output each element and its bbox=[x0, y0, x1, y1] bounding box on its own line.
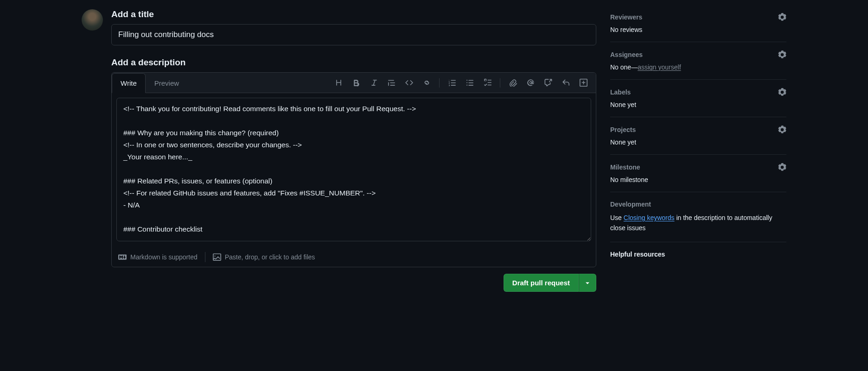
description-label: Add a description bbox=[111, 57, 596, 68]
mention-icon[interactable] bbox=[523, 75, 538, 91]
milestone-body: No milestone bbox=[610, 176, 786, 183]
projects-title: Projects bbox=[610, 126, 636, 133]
image-icon bbox=[213, 253, 221, 261]
closing-keywords-link[interactable]: Closing keywords bbox=[624, 214, 675, 221]
title-input[interactable] bbox=[111, 24, 596, 45]
gear-icon[interactable] bbox=[778, 126, 786, 134]
reply-icon[interactable] bbox=[558, 75, 574, 91]
markdown-toolbar bbox=[331, 75, 591, 91]
title-label: Add a title bbox=[111, 9, 596, 19]
markdown-supported-link[interactable]: Markdown is supported bbox=[118, 253, 198, 261]
caret-down-icon bbox=[585, 280, 590, 286]
development-title: Development bbox=[610, 201, 651, 208]
cross-reference-icon[interactable] bbox=[540, 75, 556, 91]
gear-icon[interactable] bbox=[778, 13, 786, 21]
tab-preview[interactable]: Preview bbox=[146, 73, 188, 93]
footer-divider bbox=[205, 252, 205, 262]
helpful-resources-title: Helpful resources bbox=[610, 242, 786, 258]
markdown-supported-text: Markdown is supported bbox=[130, 253, 198, 261]
tab-write[interactable]: Write bbox=[112, 73, 146, 93]
assignees-prefix: No one— bbox=[610, 63, 638, 71]
toolbar-divider bbox=[500, 78, 500, 88]
labels-title: Labels bbox=[610, 88, 631, 96]
labels-body: None yet bbox=[610, 101, 786, 108]
attach-files-button[interactable]: Paste, drop, or click to add files bbox=[213, 253, 315, 261]
diff-icon[interactable] bbox=[575, 75, 591, 91]
reviewers-title: Reviewers bbox=[610, 13, 642, 21]
link-icon[interactable] bbox=[419, 75, 434, 91]
unordered-list-icon[interactable] bbox=[462, 75, 478, 91]
projects-body: None yet bbox=[610, 138, 786, 146]
italic-icon[interactable] bbox=[366, 75, 382, 91]
milestone-title: Milestone bbox=[610, 163, 640, 171]
editor-footer: Markdown is supported Paste, drop, or cl… bbox=[112, 247, 596, 267]
development-prefix: Use bbox=[610, 214, 624, 221]
assign-yourself-link[interactable]: assign yourself bbox=[638, 63, 681, 71]
comment-box: Write Preview bbox=[111, 72, 596, 267]
draft-pull-request-button[interactable]: Draft pull request bbox=[504, 274, 579, 292]
description-textarea[interactable] bbox=[116, 98, 591, 241]
gear-icon[interactable] bbox=[778, 88, 786, 96]
attach-files-text: Paste, drop, or click to add files bbox=[225, 253, 315, 261]
submit-dropdown-button[interactable] bbox=[579, 274, 596, 292]
ordered-list-icon[interactable] bbox=[444, 75, 460, 91]
tab-bar: Write Preview bbox=[112, 73, 596, 93]
toolbar-divider bbox=[439, 78, 440, 88]
gear-icon[interactable] bbox=[778, 50, 786, 59]
task-list-icon[interactable] bbox=[479, 75, 495, 91]
reviewers-body: No reviews bbox=[610, 26, 786, 33]
paperclip-icon[interactable] bbox=[505, 75, 521, 91]
bold-icon[interactable] bbox=[348, 75, 364, 91]
code-icon[interactable] bbox=[401, 75, 417, 91]
heading-icon[interactable] bbox=[331, 75, 346, 91]
quote-icon[interactable] bbox=[383, 75, 399, 91]
sidebar: Reviewers No reviews Assignees No one—as… bbox=[610, 9, 786, 292]
markdown-icon bbox=[118, 253, 127, 261]
gear-icon[interactable] bbox=[778, 163, 786, 171]
assignees-title: Assignees bbox=[610, 51, 643, 58]
avatar[interactable] bbox=[82, 9, 103, 31]
